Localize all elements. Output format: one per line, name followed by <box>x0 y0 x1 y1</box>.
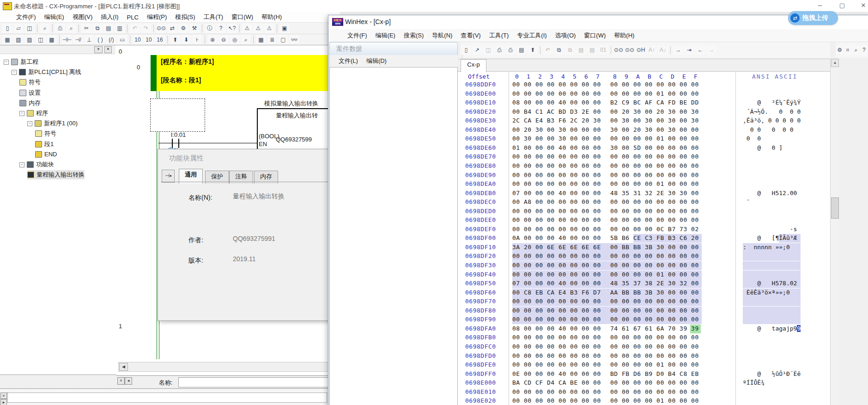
ascii-text[interactable] <box>743 90 801 97</box>
back-teal-icon[interactable]: ← <box>695 45 705 55</box>
cxp-menu-s[interactable]: 模拟(S) <box>171 12 199 22</box>
winhex-menu-e[interactable]: 编辑(E) <box>371 31 400 41</box>
print-icon[interactable]: ⎙ <box>55 24 65 33</box>
window-grid2-icon[interactable]: ▧ <box>13 35 24 44</box>
magnifier-icon[interactable]: ⌕ <box>852 45 860 55</box>
hex-bytes-high[interactable]: AA BB BB 3B 30 00 00 00 <box>610 289 699 296</box>
hex-bytes-low[interactable]: 01 00 00 00 40 00 00 00 <box>512 144 601 151</box>
hex-bytes-high[interactable]: 00 00 00 00 00 00 00 00 <box>610 216 699 223</box>
wire-up-icon[interactable]: ⬆ <box>170 35 180 44</box>
hex-bytes-high[interactable]: 30 00 20 30 00 30 00 00 <box>610 126 699 133</box>
ascii-text[interactable] <box>743 316 801 323</box>
hex-bytes-low[interactable]: 00 00 00 00 00 00 00 00 <box>512 262 601 269</box>
ascii-text[interactable] <box>743 271 801 278</box>
hex-bytes-low[interactable]: 07 00 00 00 40 00 00 00 <box>512 280 601 287</box>
num-10-icon[interactable]: 10 <box>133 35 143 44</box>
paste-special-icon[interactable]: ▥ <box>115 24 125 33</box>
print2-icon[interactable]: ⎙ <box>505 45 516 55</box>
hex-bytes-high[interactable]: 00 00 00 00 01 00 00 00 <box>610 135 699 142</box>
ascii-text[interactable]: @ ½ûÖ¹Ð´Èë <box>743 370 801 377</box>
search-replace-icon[interactable]: ⊙⊙ <box>625 45 635 55</box>
search-hex-icon[interactable]: ⊙H <box>636 45 646 55</box>
coil-not-icon[interactable]: (/) <box>106 35 116 44</box>
monitor-icon[interactable]: ▢ <box>278 35 288 44</box>
ascii-text[interactable]: @ tagajp99 <box>743 325 801 332</box>
interpreter-icon[interactable]: ⚙ <box>836 45 844 55</box>
ascii-text[interactable]: : nnnnn »»;0 <box>743 244 801 251</box>
scrollbar-thumb[interactable] <box>831 197 839 219</box>
ascii-text[interactable]: @ [¶ÎÃû³Æ <box>743 234 801 241</box>
ascii-text[interactable]: ¨ <box>743 198 801 205</box>
contact-or-icon[interactable]: ⊥ <box>84 35 94 44</box>
ascii-text[interactable] <box>743 334 801 341</box>
hex-bytes-low[interactable]: 00 00 00 00 00 00 00 00 <box>512 397 601 404</box>
print-icon[interactable]: ⎙ <box>494 45 504 55</box>
tree-item-5[interactable]: −程序 <box>19 109 48 118</box>
hex-vertical-scrollbar[interactable]: ▲ <box>830 59 838 405</box>
info-circle-icon[interactable]: ⓘ <box>205 24 215 33</box>
online-work-icon[interactable]: ▣ <box>279 24 290 33</box>
hex-bytes-high[interactable]: 00 00 00 00 0C B7 73 02 <box>610 226 699 233</box>
expander-icon[interactable]: − <box>27 121 32 126</box>
ascii-text[interactable] <box>743 307 801 314</box>
drag-upload-badge[interactable]: ⇄ 拖拽上传 <box>788 11 838 25</box>
hex-bytes-high[interactable]: BD FB D6 B9 D0 B4 C8 EB <box>610 370 699 377</box>
hex-bytes-high[interactable]: 00 00 00 00 00 00 00 00 <box>610 307 699 314</box>
search-binoc-icon[interactable]: ⊙⊙ <box>613 45 624 55</box>
close-icon[interactable]: × <box>117 377 125 385</box>
ascii-text[interactable] <box>743 208 801 215</box>
winhex-menu-n[interactable]: 导航(N) <box>428 31 456 41</box>
hex-bytes-low[interactable]: 00 00 00 00 00 00 00 00 <box>512 316 601 323</box>
hex-bytes-low[interactable]: 00 00 00 00 00 00 00 00 <box>512 352 601 359</box>
copy-icon[interactable]: ⧉ <box>92 24 103 33</box>
hex-bytes-high[interactable]: 00 00 00 00 01 00 00 00 <box>610 90 699 97</box>
tool-b-icon[interactable]: ⚒ <box>189 24 200 33</box>
paste-icon[interactable]: ▤ <box>103 24 114 33</box>
hex-bytes-low[interactable]: 08 00 00 00 40 00 00 00 <box>512 325 601 332</box>
close-button[interactable]: ✕ <box>856 0 868 11</box>
find-warn-icon[interactable]: ⚠ <box>264 24 274 33</box>
ascii-text[interactable]: ,Êä³ö, 0 0 0 0 0 <box>743 117 801 124</box>
case-data-body[interactable] <box>329 67 458 405</box>
save-icon[interactable]: ◫ <box>24 24 35 33</box>
ascii-text[interactable] <box>743 153 801 160</box>
hex-bytes-high[interactable]: 00 00 00 00 00 00 00 00 <box>610 162 699 169</box>
print-preview-icon[interactable]: ⌕ <box>66 24 76 33</box>
hex-bytes-high[interactable]: 00 00 00 00 00 00 00 00 <box>610 298 699 305</box>
ascii-text[interactable] <box>743 388 801 395</box>
ascii-text[interactable]: ´Á¬½Ó. 0 0 0 <box>743 108 801 115</box>
ascii-text[interactable]: @ 0 ] <box>743 144 801 151</box>
hex-bytes-high[interactable]: 00 00 00 00 01 00 00 00 <box>610 361 699 368</box>
copy-block-icon[interactable]: ⧉ <box>554 45 564 55</box>
cut-icon[interactable]: ✂ <box>81 24 91 33</box>
hex-bytes-high[interactable]: B2 C9 BC AF CA FD BE DD <box>610 99 699 106</box>
hex-bytes-low[interactable]: 00 00 00 00 00 00 00 00 <box>512 298 601 305</box>
new-doc-icon[interactable]: ▯ <box>461 45 471 55</box>
tree-item-7[interactable]: 符号 <box>35 129 56 138</box>
hex-bytes-low[interactable]: 00 00 00 00 00 00 00 00 <box>512 81 601 88</box>
hex-bytes-low[interactable]: 00 00 00 00 00 00 00 00 <box>512 153 601 160</box>
export-icon[interactable]: ⬆ <box>528 45 538 55</box>
contact-no-icon[interactable]: ⊣⊢ <box>62 35 72 44</box>
ascii-text[interactable] <box>743 81 801 88</box>
replace-icon[interactable]: ⇄ <box>167 24 177 33</box>
winhex-menu-o[interactable]: 选项(O) <box>551 31 580 41</box>
winhex-menu-s[interactable]: 搜索(S) <box>400 31 428 41</box>
ascii-text[interactable]: ÈëÊä³ö×ª»»;0 <box>743 289 801 296</box>
ladder-horizontal-scrollbar[interactable]: ◀ <box>118 362 330 372</box>
expander-icon[interactable]: − <box>19 111 24 116</box>
tree-item-0[interactable]: −新工程 <box>4 57 38 67</box>
contact-nc-icon[interactable]: ⊣/ <box>73 35 83 44</box>
hex-bytes-high[interactable]: 48 35 37 38 2E 30 32 00 <box>610 280 699 287</box>
search-binoc-icon[interactable]: ⊙⊙ <box>156 24 166 33</box>
ascii-cursor-char[interactable]: 9 <box>797 325 801 332</box>
ascii-text[interactable] <box>743 162 801 169</box>
ascii-text[interactable]: ºÍÏÔÊ¾ <box>743 379 801 386</box>
ascii-text[interactable] <box>743 361 801 368</box>
hex-bytes-low[interactable]: 00 00 00 00 00 00 00 00 <box>512 226 601 233</box>
ascii-text[interactable] <box>743 172 801 178</box>
expander-icon[interactable]: − <box>4 60 9 65</box>
hex-bytes-low[interactable]: 0A 00 00 00 40 00 00 00 <box>512 234 601 241</box>
hex-bytes-low[interactable]: 0E 00 00 00 40 00 00 00 <box>512 370 601 377</box>
hex-bytes-low[interactable]: 00 00 00 00 00 00 00 00 <box>512 208 601 215</box>
